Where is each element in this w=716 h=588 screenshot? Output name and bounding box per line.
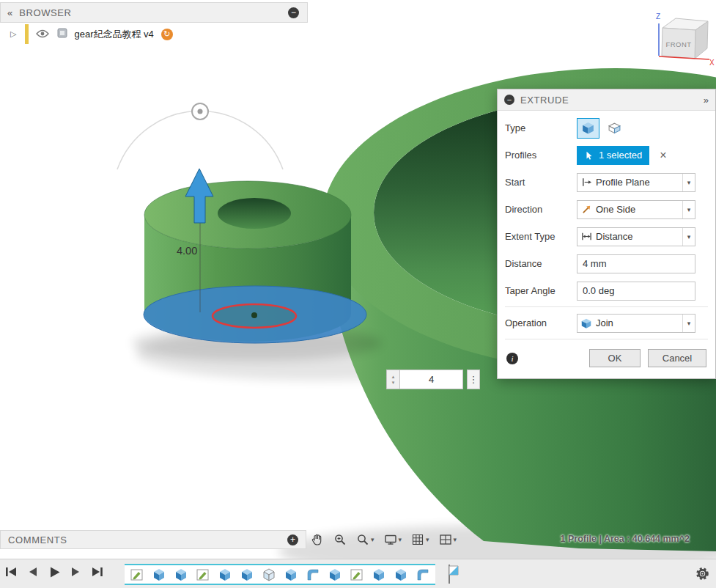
skip-to-end-button[interactable] xyxy=(89,566,104,578)
type-thin-button[interactable] xyxy=(603,118,626,139)
collapse-panel-icon[interactable]: « xyxy=(7,7,12,18)
mini-value-input[interactable] xyxy=(400,370,463,389)
viewcube-front-label: FRONT xyxy=(665,40,691,48)
timeline-feature-extrude[interactable] xyxy=(368,566,390,583)
timeline-feature-extrude[interactable] xyxy=(236,566,258,583)
timeline-bar xyxy=(0,559,716,588)
comments-title: COMMENTS xyxy=(8,534,67,545)
profile-plane-icon xyxy=(577,177,595,188)
step-back-button[interactable] xyxy=(26,566,40,578)
row-direction: Direction One Side ▾ xyxy=(505,196,708,223)
comments-panel-header[interactable]: COMMENTS + xyxy=(0,530,306,549)
taper-angle-input[interactable] xyxy=(577,282,695,301)
expand-tree-icon[interactable]: ▷ xyxy=(10,29,16,39)
distance-label: Distance xyxy=(505,258,577,269)
chevron-down-icon: ▾ xyxy=(399,536,402,543)
distance-extent-icon xyxy=(577,231,595,242)
browser-minimize-button[interactable]: − xyxy=(288,7,299,18)
document-name[interactable]: gear紀念品教程 v4 xyxy=(74,28,153,41)
x-axis-label: X xyxy=(709,59,715,67)
timeline-feature-extrude[interactable] xyxy=(324,566,346,583)
timeline-feature-fillet[interactable] xyxy=(302,566,324,583)
timeline-feature-extrude[interactable] xyxy=(280,566,302,583)
info-icon[interactable]: i xyxy=(506,353,518,364)
magnifier-plus-icon xyxy=(333,533,347,546)
timeline-feature-extrude[interactable] xyxy=(390,566,412,583)
operation-label: Operation xyxy=(505,317,577,328)
type-label: Type xyxy=(505,122,577,133)
browser-panel-title: BROWSER xyxy=(19,7,71,18)
chevron-down-icon: ▾ xyxy=(682,228,695,246)
magnifier-icon xyxy=(356,533,369,546)
profiles-label: Profiles xyxy=(505,150,577,161)
add-comment-button[interactable]: + xyxy=(287,534,298,545)
viewports-icon xyxy=(439,533,452,546)
skip-to-start-button[interactable] xyxy=(4,566,19,578)
one-side-icon xyxy=(577,204,595,215)
dialog-collapse-icon[interactable]: − xyxy=(504,95,514,105)
timeline-features[interactable] xyxy=(125,564,435,585)
extrude-dialog-header[interactable]: − EXTRUDE » xyxy=(498,89,715,111)
operation-dropdown[interactable]: Join ▾ xyxy=(577,314,695,333)
row-extent: Extent Type Distance ▾ xyxy=(505,223,708,250)
start-dropdown[interactable]: Profile Plane ▾ xyxy=(577,173,695,192)
rotate-handle[interactable] xyxy=(192,103,208,120)
direction-label: Direction xyxy=(505,204,577,215)
chevron-down-icon: ▾ xyxy=(682,315,695,332)
timeline-playhead-marker[interactable] xyxy=(447,563,460,588)
fusion360-window: 4.00 « BROWSER − ▷ gear紀念品教程 v4 ↻ FRONT … xyxy=(0,0,716,588)
dialog-footer: i OK Cancel xyxy=(505,342,708,375)
row-type: Type xyxy=(505,114,708,142)
zoom-button[interactable] xyxy=(333,533,347,546)
chevron-down-icon: ▾ xyxy=(454,536,457,543)
monitor-icon xyxy=(384,533,397,546)
timeline-feature-sketch[interactable] xyxy=(126,566,148,583)
viewports-dropdown[interactable]: ▾ xyxy=(439,533,457,546)
timeline-feature-sketch[interactable] xyxy=(346,566,368,583)
profiles-selected-button[interactable]: 1 selected xyxy=(577,146,649,165)
mini-input-spinner[interactable]: ▴▾ xyxy=(386,370,400,389)
distance-mini-input: ▴▾ ⋮ xyxy=(386,370,480,389)
timeline-feature-box[interactable] xyxy=(258,566,280,583)
timeline-feature-extrude[interactable] xyxy=(170,566,192,583)
dialog-title: EXTRUDE xyxy=(520,95,569,106)
pan-button[interactable] xyxy=(311,533,324,546)
settings-gear-icon[interactable] xyxy=(695,566,710,584)
profiles-clear-icon[interactable]: × xyxy=(660,150,666,161)
step-forward-button[interactable] xyxy=(68,566,83,578)
dialog-flyout-icon[interactable]: » xyxy=(704,95,709,106)
timeline-feature-fillet[interactable] xyxy=(412,566,434,583)
taper-angle-label: Taper Angle xyxy=(505,285,577,296)
viewcube[interactable]: FRONT Z X xyxy=(652,12,715,69)
visibility-eye-icon[interactable] xyxy=(36,28,49,41)
chevron-down-icon: ▾ xyxy=(371,536,374,543)
selected-profile[interactable] xyxy=(144,286,366,343)
grid-snaps-dropdown[interactable]: ▾ xyxy=(411,533,429,546)
grid-icon xyxy=(411,533,424,546)
timeline-feature-extrude[interactable] xyxy=(148,566,170,583)
play-button[interactable] xyxy=(47,566,62,578)
display-settings-dropdown[interactable]: ▾ xyxy=(384,533,402,546)
extrude-dialog: − EXTRUDE » Type Profiles 1 selected xyxy=(497,89,716,379)
row-taper: Taper Angle xyxy=(505,277,708,304)
fit-zoom-dropdown[interactable]: ▾ xyxy=(356,533,374,546)
cancel-button[interactable]: Cancel xyxy=(648,349,706,367)
timeline-feature-sketch[interactable] xyxy=(192,566,214,583)
distance-input[interactable] xyxy=(577,254,695,273)
ok-button[interactable]: OK xyxy=(589,349,641,367)
chevron-down-icon: ▾ xyxy=(682,174,695,191)
type-solid-button[interactable] xyxy=(577,118,599,139)
navigation-toolbar: ▾ ▾ ▾ ▾ xyxy=(311,530,457,549)
row-profiles: Profiles 1 selected × xyxy=(505,142,708,169)
row-distance: Distance xyxy=(505,250,708,277)
z-axis-label: Z xyxy=(656,12,660,21)
browser-document-row[interactable]: ▷ gear紀念品教程 v4 ↻ xyxy=(0,24,173,44)
sync-status-icon[interactable]: ↻ xyxy=(161,29,173,40)
dimension-value: 4.00 xyxy=(177,245,197,257)
mini-input-menu-icon[interactable]: ⋮ xyxy=(467,370,480,389)
browser-panel-header[interactable]: « BROWSER − xyxy=(0,2,308,23)
start-label: Start xyxy=(505,177,577,188)
extent-type-dropdown[interactable]: Distance ▾ xyxy=(577,227,695,246)
direction-dropdown[interactable]: One Side ▾ xyxy=(577,200,695,219)
timeline-feature-extrude[interactable] xyxy=(214,566,236,583)
